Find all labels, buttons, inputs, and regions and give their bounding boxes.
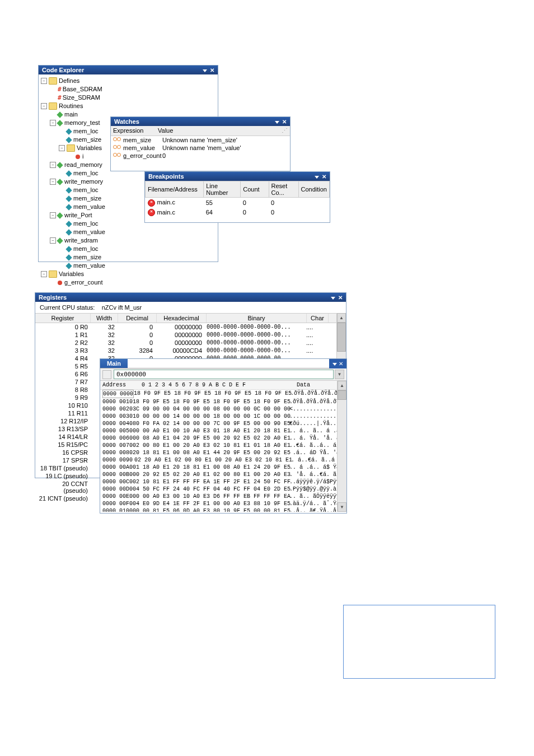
tree-mem-loc5[interactable]: mem_loc bbox=[73, 245, 99, 253]
breakpoint-row[interactable]: main.c5500 bbox=[146, 198, 330, 208]
close-icon[interactable]: ✕ bbox=[339, 361, 343, 367]
breakpoints-header[interactable]: Breakpoints ✕ bbox=[145, 172, 330, 181]
tree-write-port[interactable]: write_Port bbox=[64, 211, 92, 220]
watch-row[interactable]: g_error_count0 bbox=[111, 152, 290, 160]
scroll-up-icon[interactable]: ▲ bbox=[338, 381, 346, 390]
memory-row[interactable]: 0000 000018 F0 9F E5 18 F0 9F E5 18 F0 9… bbox=[100, 390, 337, 398]
resize-handle[interactable]: ⋰ bbox=[282, 127, 288, 134]
tree-write-sdram[interactable]: write_sdram bbox=[64, 236, 98, 245]
tree-mem-loc3[interactable]: mem_loc bbox=[73, 186, 99, 194]
tree-size-sdram[interactable]: Size_SDRAM bbox=[63, 94, 100, 102]
scroll-thumb[interactable] bbox=[337, 323, 346, 352]
watch-row[interactable]: mem_sizeUnknown name 'mem_size' bbox=[111, 136, 290, 144]
dropdown-icon[interactable] bbox=[331, 297, 335, 300]
register-row[interactable]: 2 R2320000000000000-0000-0000-0000-00...… bbox=[35, 339, 336, 347]
memory-icon[interactable] bbox=[102, 370, 111, 379]
col-register[interactable]: Register bbox=[35, 314, 91, 323]
memory-row[interactable]: 0000 00C002 10 81 E1 FF FF FF EA 1E FF 2… bbox=[100, 478, 337, 486]
memory-row[interactable]: 0000 00F004 E0 9D E4 1E FF 2F E1 00 00 A… bbox=[100, 500, 337, 507]
col-value[interactable]: Value bbox=[158, 127, 282, 134]
dropdown-icon[interactable]: ▼ bbox=[335, 370, 344, 379]
memory-row[interactable]: 0000 004080 F0 FA 02 14 00 00 00 7C 00 9… bbox=[100, 420, 337, 427]
tree-write-memory[interactable]: write_memory bbox=[64, 178, 103, 186]
tree-mem-value2[interactable]: mem_value bbox=[73, 228, 105, 236]
col-binary[interactable]: Binary bbox=[207, 314, 307, 323]
memory-row[interactable]: 0000 001018 F0 9F E5 18 F0 9F E5 18 F0 9… bbox=[100, 398, 337, 405]
col-width[interactable]: Width bbox=[91, 314, 118, 323]
tree-routines[interactable]: Routines bbox=[59, 102, 83, 110]
memory-address-input[interactable] bbox=[114, 370, 334, 379]
tree-gerror[interactable]: g_error_count bbox=[64, 278, 103, 287]
collapse-icon[interactable]: − bbox=[50, 179, 56, 185]
register-row[interactable]: 0 R0320000000000000-0000-0000-0000-00...… bbox=[35, 323, 336, 331]
tree-defines[interactable]: Defines bbox=[59, 77, 79, 85]
tree-mem-size2[interactable]: mem_size bbox=[73, 194, 101, 203]
memory-row[interactable]: 0000 00203C 09 00 00 04 00 00 00 08 00 0… bbox=[100, 405, 337, 413]
dropdown-icon[interactable] bbox=[315, 176, 319, 179]
watches-header[interactable]: Watches ✕ bbox=[111, 117, 290, 126]
memory-row[interactable]: 0000 010000 00 81 E5 06 0D A0 E3 80 10 9… bbox=[100, 507, 337, 512]
memory-row[interactable]: 0000 00A001 18 A0 E1 20 18 81 E1 00 08 A… bbox=[100, 464, 337, 471]
memory-row[interactable]: 0000 006000 08 A0 E1 04 20 9F E5 00 20 9… bbox=[100, 435, 337, 442]
memory-scrollbar[interactable]: ▲ ▼ bbox=[337, 381, 346, 512]
memory-row[interactable]: 0000 007002 00 80 E1 00 20 A0 E3 02 10 8… bbox=[100, 442, 337, 449]
dropdown-icon[interactable] bbox=[203, 69, 207, 72]
collapse-icon[interactable]: − bbox=[41, 271, 47, 277]
col-count[interactable]: Count bbox=[241, 181, 269, 198]
tree-mem-loc4[interactable]: mem_loc bbox=[73, 220, 99, 228]
memory-tab-main[interactable]: Main bbox=[100, 359, 128, 368]
close-icon[interactable]: ✕ bbox=[282, 119, 287, 125]
tree-mem-loc[interactable]: mem_loc bbox=[73, 127, 99, 136]
col-char[interactable]: Char bbox=[307, 314, 329, 323]
scroll-thumb[interactable] bbox=[338, 390, 346, 400]
close-icon[interactable]: ✕ bbox=[338, 295, 343, 301]
close-icon[interactable]: ✕ bbox=[322, 174, 326, 180]
code-explorer-header[interactable]: Code Explorer ✕ bbox=[39, 66, 218, 74]
col-hex[interactable]: Hexadecimal bbox=[157, 314, 207, 323]
close-icon[interactable]: ✕ bbox=[210, 67, 214, 73]
register-row[interactable]: 1 R1320000000000000-0000-0000-0000-00...… bbox=[35, 331, 336, 339]
watch-row[interactable]: mem_valueUnknown name 'mem_value' bbox=[111, 144, 290, 152]
tree-base-sdram[interactable]: Base_SDRAM bbox=[63, 85, 102, 94]
col-condition[interactable]: Condition bbox=[298, 181, 329, 198]
tree-mem-loc2[interactable]: mem_loc bbox=[73, 169, 99, 178]
tree-mem-size[interactable]: mem_size bbox=[73, 136, 101, 144]
dropdown-icon[interactable] bbox=[275, 121, 279, 124]
collapse-icon[interactable]: − bbox=[50, 237, 56, 244]
collapse-icon[interactable]: − bbox=[59, 145, 65, 151]
scroll-down-icon[interactable]: ▼ bbox=[338, 502, 346, 512]
register-row[interactable]: 3 R332328400000CD40000-0000-0000-0000-00… bbox=[35, 347, 336, 354]
memory-row[interactable]: 0000 009002 20 A0 E1 02 00 80 E1 00 20 A… bbox=[100, 456, 337, 464]
col-reset[interactable]: Reset Co... bbox=[269, 181, 298, 198]
collapse-icon[interactable]: − bbox=[50, 212, 56, 218]
col-line[interactable]: Line Number bbox=[204, 181, 241, 198]
tree-mem-size3[interactable]: mem_size bbox=[73, 253, 101, 262]
tree-i[interactable]: i bbox=[82, 152, 83, 161]
tree-vars[interactable]: Variables bbox=[77, 144, 102, 152]
memory-row[interactable]: 0000 00E000 00 A0 E3 00 10 A0 E3 D6 FF F… bbox=[100, 493, 337, 500]
memory-row[interactable]: 0000 00B000 20 92 E5 02 20 A0 E1 02 00 8… bbox=[100, 471, 337, 478]
mem-addr-input[interactable]: 0000 0000 bbox=[102, 390, 134, 398]
tree-mem-value[interactable]: mem_value bbox=[73, 203, 105, 211]
define-icon: # bbox=[58, 85, 62, 94]
memory-row[interactable]: 0000 005000 00 A0 E1 00 10 A0 E3 01 18 A… bbox=[100, 427, 337, 435]
col-expression[interactable]: Expression bbox=[113, 127, 158, 134]
collapse-icon[interactable]: − bbox=[50, 120, 56, 126]
registers-header[interactable]: Registers ✕ bbox=[35, 293, 346, 302]
memory-row[interactable]: 0000 00D004 50 FC FF 24 40 FC FF 04 40 F… bbox=[100, 486, 337, 493]
collapse-icon[interactable]: − bbox=[50, 162, 56, 168]
tree-memory-test[interactable]: memory_test bbox=[64, 119, 100, 127]
memory-row[interactable]: 0000 008020 18 81 E1 00 08 A0 E1 44 20 9… bbox=[100, 449, 337, 456]
tree-mem-value3[interactable]: mem_value bbox=[73, 262, 105, 270]
memory-row[interactable]: 0000 003010 00 00 00 14 00 00 00 18 00 0… bbox=[100, 413, 337, 420]
tree-main[interactable]: main bbox=[64, 110, 78, 119]
collapse-icon[interactable]: − bbox=[41, 78, 47, 84]
breakpoint-row[interactable]: main.c6400 bbox=[146, 208, 330, 218]
collapse-icon[interactable]: − bbox=[41, 103, 47, 109]
tree-read-memory[interactable]: read_memory bbox=[64, 161, 102, 169]
scroll-up-icon[interactable]: ▲ bbox=[337, 313, 346, 323]
tree-vars2[interactable]: Variables bbox=[59, 270, 84, 278]
dropdown-icon[interactable] bbox=[332, 363, 337, 366]
col-filename[interactable]: Filename/Address bbox=[146, 181, 204, 198]
col-decimal[interactable]: Decimal bbox=[118, 314, 157, 323]
